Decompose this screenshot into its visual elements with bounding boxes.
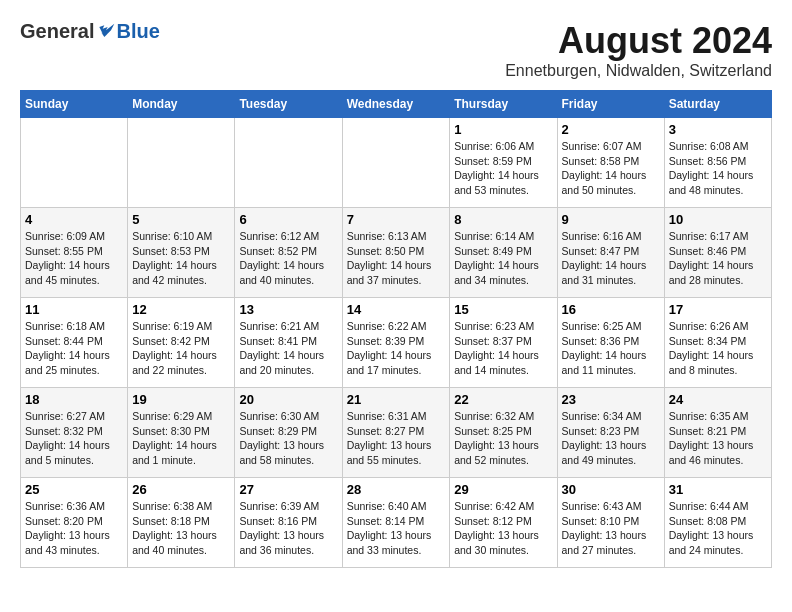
day-cell-25: 22Sunrise: 6:32 AMSunset: 8:25 PMDayligh… bbox=[450, 388, 557, 478]
day-cell-8: 5Sunrise: 6:10 AMSunset: 8:53 PMDaylight… bbox=[128, 208, 235, 298]
day-info: Sunrise: 6:38 AMSunset: 8:18 PMDaylight:… bbox=[132, 499, 230, 558]
day-number: 22 bbox=[454, 392, 552, 407]
day-info: Sunrise: 6:31 AMSunset: 8:27 PMDaylight:… bbox=[347, 409, 446, 468]
header-saturday: Saturday bbox=[664, 91, 771, 118]
day-number: 17 bbox=[669, 302, 767, 317]
day-number: 24 bbox=[669, 392, 767, 407]
day-number: 9 bbox=[562, 212, 660, 227]
day-info: Sunrise: 6:26 AMSunset: 8:34 PMDaylight:… bbox=[669, 319, 767, 378]
day-number: 13 bbox=[239, 302, 337, 317]
day-number: 10 bbox=[669, 212, 767, 227]
day-cell-31: 28Sunrise: 6:40 AMSunset: 8:14 PMDayligh… bbox=[342, 478, 450, 568]
calendar-body: 1Sunrise: 6:06 AMSunset: 8:59 PMDaylight… bbox=[21, 118, 772, 568]
day-info: Sunrise: 6:36 AMSunset: 8:20 PMDaylight:… bbox=[25, 499, 123, 558]
day-cell-21: 18Sunrise: 6:27 AMSunset: 8:32 PMDayligh… bbox=[21, 388, 128, 478]
day-cell-14: 11Sunrise: 6:18 AMSunset: 8:44 PMDayligh… bbox=[21, 298, 128, 388]
day-cell-32: 29Sunrise: 6:42 AMSunset: 8:12 PMDayligh… bbox=[450, 478, 557, 568]
header-friday: Friday bbox=[557, 91, 664, 118]
logo-general-text: General bbox=[20, 20, 94, 43]
day-cell-16: 13Sunrise: 6:21 AMSunset: 8:41 PMDayligh… bbox=[235, 298, 342, 388]
day-cell-9: 6Sunrise: 6:12 AMSunset: 8:52 PMDaylight… bbox=[235, 208, 342, 298]
day-cell-19: 16Sunrise: 6:25 AMSunset: 8:36 PMDayligh… bbox=[557, 298, 664, 388]
day-number: 5 bbox=[132, 212, 230, 227]
logo-blue-text: Blue bbox=[116, 20, 159, 43]
day-info: Sunrise: 6:39 AMSunset: 8:16 PMDaylight:… bbox=[239, 499, 337, 558]
calendar-header: Sunday Monday Tuesday Wednesday Thursday… bbox=[21, 91, 772, 118]
day-cell-10: 7Sunrise: 6:13 AMSunset: 8:50 PMDaylight… bbox=[342, 208, 450, 298]
day-info: Sunrise: 6:07 AMSunset: 8:58 PMDaylight:… bbox=[562, 139, 660, 198]
header-wednesday: Wednesday bbox=[342, 91, 450, 118]
week-row-3: 11Sunrise: 6:18 AMSunset: 8:44 PMDayligh… bbox=[21, 298, 772, 388]
day-info: Sunrise: 6:35 AMSunset: 8:21 PMDaylight:… bbox=[669, 409, 767, 468]
logo-bird-icon bbox=[96, 22, 116, 42]
day-number: 16 bbox=[562, 302, 660, 317]
day-info: Sunrise: 6:17 AMSunset: 8:46 PMDaylight:… bbox=[669, 229, 767, 288]
day-cell-7: 4Sunrise: 6:09 AMSunset: 8:55 PMDaylight… bbox=[21, 208, 128, 298]
header-monday: Monday bbox=[128, 91, 235, 118]
day-info: Sunrise: 6:40 AMSunset: 8:14 PMDaylight:… bbox=[347, 499, 446, 558]
day-number: 7 bbox=[347, 212, 446, 227]
day-cell-30: 27Sunrise: 6:39 AMSunset: 8:16 PMDayligh… bbox=[235, 478, 342, 568]
day-info: Sunrise: 6:14 AMSunset: 8:49 PMDaylight:… bbox=[454, 229, 552, 288]
calendar-subtitle: Ennetburgen, Nidwalden, Switzerland bbox=[505, 62, 772, 80]
day-cell-13: 10Sunrise: 6:17 AMSunset: 8:46 PMDayligh… bbox=[664, 208, 771, 298]
header-thursday: Thursday bbox=[450, 91, 557, 118]
day-cell-33: 30Sunrise: 6:43 AMSunset: 8:10 PMDayligh… bbox=[557, 478, 664, 568]
day-cell-20: 17Sunrise: 6:26 AMSunset: 8:34 PMDayligh… bbox=[664, 298, 771, 388]
day-cell-17: 14Sunrise: 6:22 AMSunset: 8:39 PMDayligh… bbox=[342, 298, 450, 388]
day-info: Sunrise: 6:21 AMSunset: 8:41 PMDaylight:… bbox=[239, 319, 337, 378]
week-row-1: 1Sunrise: 6:06 AMSunset: 8:59 PMDaylight… bbox=[21, 118, 772, 208]
day-number: 11 bbox=[25, 302, 123, 317]
day-cell-4: 1Sunrise: 6:06 AMSunset: 8:59 PMDaylight… bbox=[450, 118, 557, 208]
day-cell-26: 23Sunrise: 6:34 AMSunset: 8:23 PMDayligh… bbox=[557, 388, 664, 478]
day-number: 15 bbox=[454, 302, 552, 317]
day-cell-34: 31Sunrise: 6:44 AMSunset: 8:08 PMDayligh… bbox=[664, 478, 771, 568]
day-number: 19 bbox=[132, 392, 230, 407]
day-number: 26 bbox=[132, 482, 230, 497]
day-number: 18 bbox=[25, 392, 123, 407]
day-info: Sunrise: 6:29 AMSunset: 8:30 PMDaylight:… bbox=[132, 409, 230, 468]
day-info: Sunrise: 6:10 AMSunset: 8:53 PMDaylight:… bbox=[132, 229, 230, 288]
day-cell-23: 20Sunrise: 6:30 AMSunset: 8:29 PMDayligh… bbox=[235, 388, 342, 478]
week-row-5: 25Sunrise: 6:36 AMSunset: 8:20 PMDayligh… bbox=[21, 478, 772, 568]
day-number: 21 bbox=[347, 392, 446, 407]
day-info: Sunrise: 6:12 AMSunset: 8:52 PMDaylight:… bbox=[239, 229, 337, 288]
day-cell-6: 3Sunrise: 6:08 AMSunset: 8:56 PMDaylight… bbox=[664, 118, 771, 208]
day-info: Sunrise: 6:08 AMSunset: 8:56 PMDaylight:… bbox=[669, 139, 767, 198]
day-number: 29 bbox=[454, 482, 552, 497]
day-number: 2 bbox=[562, 122, 660, 137]
day-number: 25 bbox=[25, 482, 123, 497]
day-info: Sunrise: 6:22 AMSunset: 8:39 PMDaylight:… bbox=[347, 319, 446, 378]
day-cell-12: 9Sunrise: 6:16 AMSunset: 8:47 PMDaylight… bbox=[557, 208, 664, 298]
day-number: 6 bbox=[239, 212, 337, 227]
day-number: 14 bbox=[347, 302, 446, 317]
day-number: 30 bbox=[562, 482, 660, 497]
day-number: 4 bbox=[25, 212, 123, 227]
day-cell-1 bbox=[128, 118, 235, 208]
day-number: 12 bbox=[132, 302, 230, 317]
day-cell-11: 8Sunrise: 6:14 AMSunset: 8:49 PMDaylight… bbox=[450, 208, 557, 298]
day-cell-0 bbox=[21, 118, 128, 208]
day-info: Sunrise: 6:23 AMSunset: 8:37 PMDaylight:… bbox=[454, 319, 552, 378]
week-row-4: 18Sunrise: 6:27 AMSunset: 8:32 PMDayligh… bbox=[21, 388, 772, 478]
day-number: 20 bbox=[239, 392, 337, 407]
day-number: 3 bbox=[669, 122, 767, 137]
title-section: August 2024 Ennetburgen, Nidwalden, Swit… bbox=[505, 20, 772, 80]
day-number: 8 bbox=[454, 212, 552, 227]
day-number: 31 bbox=[669, 482, 767, 497]
week-row-2: 4Sunrise: 6:09 AMSunset: 8:55 PMDaylight… bbox=[21, 208, 772, 298]
day-cell-22: 19Sunrise: 6:29 AMSunset: 8:30 PMDayligh… bbox=[128, 388, 235, 478]
day-info: Sunrise: 6:13 AMSunset: 8:50 PMDaylight:… bbox=[347, 229, 446, 288]
day-info: Sunrise: 6:19 AMSunset: 8:42 PMDaylight:… bbox=[132, 319, 230, 378]
day-info: Sunrise: 6:34 AMSunset: 8:23 PMDaylight:… bbox=[562, 409, 660, 468]
day-number: 27 bbox=[239, 482, 337, 497]
day-number: 1 bbox=[454, 122, 552, 137]
header-tuesday: Tuesday bbox=[235, 91, 342, 118]
day-info: Sunrise: 6:18 AMSunset: 8:44 PMDaylight:… bbox=[25, 319, 123, 378]
day-cell-5: 2Sunrise: 6:07 AMSunset: 8:58 PMDaylight… bbox=[557, 118, 664, 208]
day-info: Sunrise: 6:09 AMSunset: 8:55 PMDaylight:… bbox=[25, 229, 123, 288]
logo: General Blue bbox=[20, 20, 160, 43]
day-info: Sunrise: 6:25 AMSunset: 8:36 PMDaylight:… bbox=[562, 319, 660, 378]
day-number: 23 bbox=[562, 392, 660, 407]
day-info: Sunrise: 6:06 AMSunset: 8:59 PMDaylight:… bbox=[454, 139, 552, 198]
